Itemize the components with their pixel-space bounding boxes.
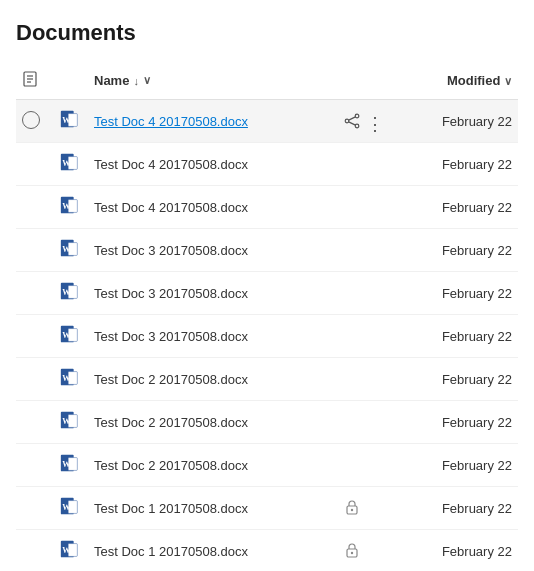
row-name-cell: Test Doc 2 20170508.docx <box>88 444 338 487</box>
row-name-cell: Test Doc 1 20170508.docx <box>88 530 338 572</box>
row-name-cell: Test Doc 1 20170508.docx <box>88 487 338 530</box>
table-row[interactable]: W Test Doc 1 20170508.docx February 22 <box>16 487 518 530</box>
row-icon-cell: W <box>52 186 88 229</box>
row-modified-cell: February 22 <box>408 401 518 444</box>
modified-sort-icon[interactable]: ∨ <box>504 75 512 87</box>
row-icon-cell: W <box>52 444 88 487</box>
row-actions-cell <box>338 358 408 401</box>
word-doc-icon: W <box>58 452 82 476</box>
col-header-modified[interactable]: Modified ∨ <box>408 62 518 100</box>
row-name-cell: Test Doc 4 20170508.docx <box>88 186 338 229</box>
svg-text:W: W <box>62 460 71 469</box>
table-row[interactable]: W Test Doc 3 20170508.docxFebruary 22 <box>16 229 518 272</box>
row-actions-cell <box>338 229 408 272</box>
row-actions-cell <box>338 487 408 530</box>
table-row[interactable]: W Test Doc 4 20170508.docx ⋮ February 22 <box>16 100 518 143</box>
modified-date: February 22 <box>442 243 512 258</box>
row-check-cell[interactable] <box>16 444 52 487</box>
svg-point-40 <box>351 508 353 510</box>
svg-text:W: W <box>62 159 71 168</box>
row-check-cell[interactable] <box>16 401 52 444</box>
modified-date: February 22 <box>442 200 512 215</box>
row-name-cell: Test Doc 2 20170508.docx <box>88 401 338 444</box>
row-actions-cell <box>338 272 408 315</box>
file-name: Test Doc 1 20170508.docx <box>94 501 248 516</box>
file-name: Test Doc 4 20170508.docx <box>94 157 248 172</box>
sort-arrow-down-icon[interactable]: ↓ <box>133 75 139 87</box>
table-row[interactable]: W Test Doc 3 20170508.docxFebruary 22 <box>16 315 518 358</box>
word-doc-icon: W <box>58 108 82 132</box>
svg-point-7 <box>355 114 359 118</box>
lock-icon <box>344 502 360 518</box>
col-header-actions <box>338 62 408 100</box>
svg-text:W: W <box>62 374 71 383</box>
table-row[interactable]: W Test Doc 2 20170508.docxFebruary 22 <box>16 358 518 401</box>
row-check-cell[interactable] <box>16 487 52 530</box>
row-select-circle[interactable] <box>22 111 40 129</box>
table-row[interactable]: W Test Doc 4 20170508.docxFebruary 22 <box>16 143 518 186</box>
row-name-cell[interactable]: Test Doc 4 20170508.docx <box>88 100 338 143</box>
table-row[interactable]: W Test Doc 2 20170508.docxFebruary 22 <box>16 444 518 487</box>
file-name[interactable]: Test Doc 4 20170508.docx <box>94 114 248 129</box>
svg-text:W: W <box>62 546 71 555</box>
row-actions-cell <box>338 315 408 358</box>
row-check-cell[interactable] <box>16 186 52 229</box>
file-name: Test Doc 2 20170508.docx <box>94 415 248 430</box>
file-name: Test Doc 3 20170508.docx <box>94 329 248 344</box>
row-actions-cell <box>338 186 408 229</box>
table-header-row: Name ↓ ∨ Modified ∨ <box>16 62 518 100</box>
row-actions-cell <box>338 444 408 487</box>
sort-chevron-down-icon[interactable]: ∨ <box>143 74 151 87</box>
modified-date: February 22 <box>442 329 512 344</box>
table-row[interactable]: W Test Doc 3 20170508.docxFebruary 22 <box>16 272 518 315</box>
row-modified-cell: February 22 <box>408 315 518 358</box>
row-modified-cell: February 22 <box>408 487 518 530</box>
svg-point-45 <box>351 551 353 553</box>
row-actions-cell: ⋮ <box>338 100 408 143</box>
word-doc-icon: W <box>58 495 82 519</box>
svg-point-9 <box>355 124 359 128</box>
row-modified-cell: February 22 <box>408 143 518 186</box>
row-check-cell[interactable] <box>16 530 52 572</box>
row-check-cell[interactable] <box>16 272 52 315</box>
modified-date: February 22 <box>442 286 512 301</box>
row-check-cell[interactable] <box>16 143 52 186</box>
svg-text:W: W <box>62 288 71 297</box>
svg-text:W: W <box>62 417 71 426</box>
table-row[interactable]: W Test Doc 2 20170508.docxFebruary 22 <box>16 401 518 444</box>
file-name: Test Doc 2 20170508.docx <box>94 372 248 387</box>
svg-point-8 <box>345 119 349 123</box>
row-check-cell[interactable] <box>16 100 52 143</box>
row-icon-cell: W <box>52 358 88 401</box>
word-doc-icon: W <box>58 409 82 433</box>
more-options-icon[interactable]: ⋮ <box>366 113 382 129</box>
col-header-name[interactable]: Name ↓ ∨ <box>88 62 338 100</box>
share-icon[interactable] <box>344 113 360 129</box>
modified-date: February 22 <box>442 114 512 129</box>
row-check-cell[interactable] <box>16 229 52 272</box>
row-check-cell[interactable] <box>16 315 52 358</box>
word-doc-icon: W <box>58 280 82 304</box>
row-modified-cell: February 22 <box>408 272 518 315</box>
row-modified-cell: February 22 <box>408 100 518 143</box>
file-name: Test Doc 3 20170508.docx <box>94 243 248 258</box>
row-name-cell: Test Doc 3 20170508.docx <box>88 272 338 315</box>
page-container: Documents Name ↓ ∨ <box>0 0 534 571</box>
svg-text:W: W <box>62 503 71 512</box>
row-modified-cell: February 22 <box>408 229 518 272</box>
file-icon-header <box>22 70 40 88</box>
row-actions-cell <box>338 143 408 186</box>
row-icon-cell: W <box>52 272 88 315</box>
word-doc-icon: W <box>58 538 82 562</box>
row-modified-cell: February 22 <box>408 530 518 572</box>
row-icon-cell: W <box>52 143 88 186</box>
row-name-cell: Test Doc 4 20170508.docx <box>88 143 338 186</box>
row-check-cell[interactable] <box>16 358 52 401</box>
modified-date: February 22 <box>442 372 512 387</box>
col-header-icon <box>52 62 88 100</box>
row-modified-cell: February 22 <box>408 444 518 487</box>
table-row[interactable]: W Test Doc 4 20170508.docxFebruary 22 <box>16 186 518 229</box>
row-icon-cell: W <box>52 530 88 572</box>
table-row[interactable]: W Test Doc 1 20170508.docx February 22 <box>16 530 518 572</box>
row-icon-cell: W <box>52 487 88 530</box>
